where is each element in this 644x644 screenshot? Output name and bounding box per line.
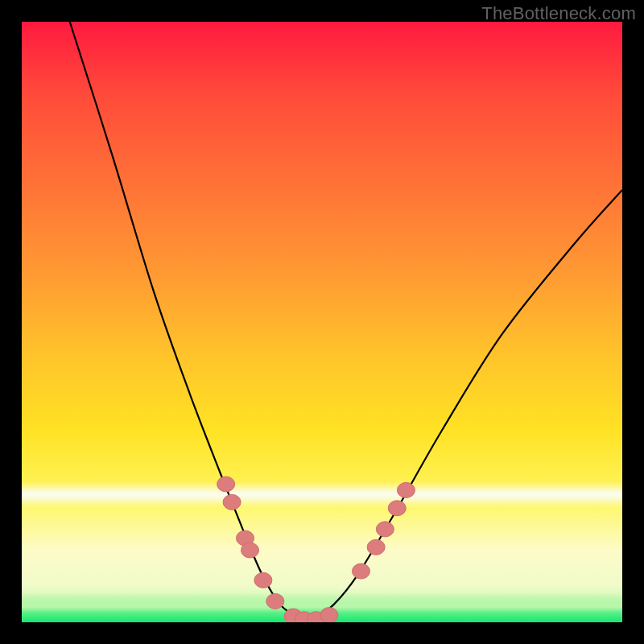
chart-frame: TheBottleneck.com [0, 0, 644, 644]
data-dot [217, 477, 235, 492]
data-dot [223, 494, 241, 510]
watermark-text: TheBottleneck.com [481, 3, 636, 24]
data-dot [388, 501, 406, 516]
data-dot [241, 543, 258, 558]
data-dot [376, 522, 394, 537]
data-dot [367, 539, 385, 555]
data-dot [352, 564, 369, 579]
data-dot [254, 572, 272, 588]
data-dot [397, 482, 415, 497]
plot-area [22, 22, 622, 622]
bottleneck-curve [70, 22, 622, 617]
data-dots [217, 477, 415, 622]
data-dot [266, 593, 284, 609]
chart-svg [22, 22, 622, 622]
data-dot [320, 608, 338, 622]
